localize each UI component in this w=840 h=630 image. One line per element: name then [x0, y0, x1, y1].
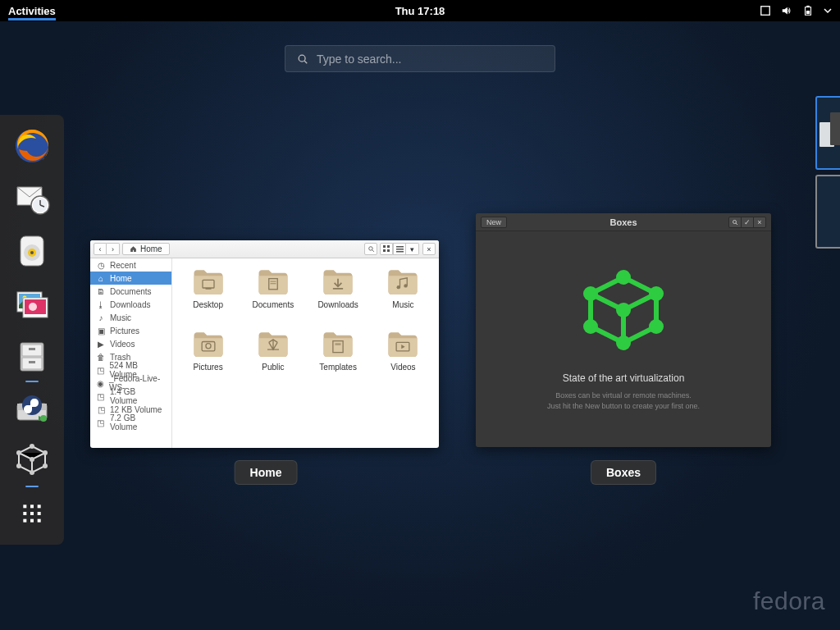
- svg-point-33: [16, 463, 21, 468]
- sidebar-item-label: Videos: [110, 340, 135, 349]
- doc-icon: 🗎: [97, 287, 105, 295]
- folder-desktop[interactable]: Desktop: [177, 267, 239, 326]
- pic-icon: ▣: [97, 326, 105, 335]
- svg-point-77: [616, 303, 631, 317]
- overview-search[interactable]: Type to search...: [285, 45, 555, 72]
- nav-back-button[interactable]: ‹: [94, 243, 107, 255]
- svg-line-47: [372, 250, 373, 252]
- overview: ‹ › Home ▾: [82, 82, 840, 630]
- files-sidebar: ◷Recent⌂Home🗎Documents⭳Downloads♪Music▣P…: [90, 258, 172, 448]
- dash-firefox[interactable]: [9, 123, 55, 169]
- sidebar-item-label: Pictures: [110, 326, 139, 336]
- folder-music[interactable]: Music: [372, 267, 434, 326]
- window-thumb-boxes[interactable]: New Boxes ✓ ×: [476, 213, 771, 447]
- boxes-close-button[interactable]: ×: [753, 217, 766, 228]
- dash: [0, 115, 64, 545]
- files-headerbar: ‹ › Home ▾: [90, 240, 439, 258]
- drive-icon: ◳: [97, 418, 105, 427]
- search-icon: [732, 219, 738, 226]
- nav-forward-button[interactable]: ›: [107, 243, 120, 255]
- home-icon: ⌂: [97, 274, 105, 282]
- folder-label: Desktop: [193, 300, 223, 309]
- svg-point-73: [649, 286, 664, 301]
- drive-icon: ◳: [97, 405, 105, 413]
- clock[interactable]: Thu 17:18: [395, 5, 445, 17]
- boxes-select-button[interactable]: ✓: [741, 217, 754, 228]
- sidebar-item-videos[interactable]: ▶Videos: [90, 337, 171, 350]
- folder-public[interactable]: Public: [242, 329, 304, 388]
- boxes-new-button[interactable]: New: [481, 217, 507, 228]
- boxes-subtitle: Boxes can be virtual or remote machines.…: [547, 390, 700, 411]
- dash-software[interactable]: [9, 386, 55, 431]
- files-search-button[interactable]: [364, 243, 377, 255]
- path-home-button[interactable]: Home: [122, 243, 170, 255]
- svg-rect-25: [29, 361, 35, 363]
- folder-videos[interactable]: Videos: [372, 329, 434, 388]
- sidebar-item-documents[interactable]: 🗎Documents: [90, 285, 171, 298]
- boxes-headerbar: New Boxes ✓ ×: [476, 213, 771, 231]
- dash-evolution[interactable]: [9, 176, 55, 221]
- svg-rect-48: [383, 245, 386, 248]
- svg-point-31: [16, 450, 21, 455]
- view-grid-button[interactable]: [380, 243, 393, 255]
- view-list-button[interactable]: [393, 243, 406, 255]
- sidebar-item-pictures[interactable]: ▣Pictures: [90, 324, 171, 337]
- dash-shotwell[interactable]: [9, 281, 55, 326]
- dash-show-apps[interactable]: [9, 491, 55, 536]
- drive-icon: ◳: [97, 366, 105, 374]
- sidebar-item-label: Documents: [110, 287, 152, 296]
- workspace-1[interactable]: [815, 96, 840, 170]
- svg-point-35: [30, 470, 34, 475]
- system-tray[interactable]: [760, 5, 832, 16]
- svg-point-68: [733, 220, 737, 223]
- sidebar-item-home[interactable]: ⌂Home: [90, 272, 171, 285]
- folder-downloads[interactable]: Downloads: [308, 267, 369, 326]
- svg-rect-51: [387, 249, 390, 252]
- drive-icon: ◳: [97, 392, 105, 400]
- folder-pictures[interactable]: Pictures: [177, 329, 239, 388]
- sidebar-item-downloads[interactable]: ⭳Downloads: [90, 298, 171, 311]
- folder-documents[interactable]: Documents: [242, 267, 304, 326]
- files-close-button[interactable]: ×: [422, 243, 436, 255]
- view-options-button[interactable]: ▾: [406, 243, 419, 255]
- activities-button[interactable]: Activities: [8, 2, 56, 21]
- dash-files[interactable]: [9, 333, 55, 379]
- volume-icon: [781, 5, 792, 16]
- folder-label: Public: [262, 363, 284, 372]
- svg-point-62: [404, 284, 408, 287]
- dash-rhythmbox[interactable]: [9, 228, 55, 274]
- sidebar-item-label: Home: [110, 274, 132, 283]
- sidebar-item-label: Trash: [110, 353, 130, 362]
- sidebar-item-label: Music: [110, 313, 131, 322]
- fedora-software-icon: [12, 389, 52, 428]
- files-grid: DesktopDocumentsDownloadsMusicPicturesPu…: [172, 258, 439, 448]
- svg-point-34: [43, 463, 48, 468]
- boxes-title: Boxes: [609, 217, 637, 227]
- trash-icon: 🗑: [97, 353, 105, 361]
- window-thumb-files[interactable]: ‹ › Home ▾: [90, 240, 439, 448]
- boxes-search-button[interactable]: [728, 217, 742, 228]
- folder-templates[interactable]: Templates: [308, 329, 369, 388]
- list-icon: [396, 245, 404, 253]
- svg-point-20: [29, 303, 37, 311]
- music-icon: ♪: [97, 313, 105, 322]
- sidebar-item-1-4-gb-volume[interactable]: ◳1.4 GB Volume: [90, 390, 171, 403]
- svg-rect-24: [29, 348, 35, 350]
- speaker-icon: [12, 231, 52, 271]
- chevron-down-icon: [824, 7, 832, 15]
- sidebar-item-7-2-gb-volume[interactable]: ◳7.2 GB Volume: [90, 416, 171, 429]
- svg-rect-52: [396, 246, 404, 248]
- sidebar-item-recent[interactable]: ◷Recent: [90, 258, 171, 272]
- svg-rect-44: [30, 519, 34, 523]
- sidebar-item-label: Downloads: [110, 300, 150, 309]
- sidebar-item-music[interactable]: ♪Music: [90, 311, 171, 324]
- svg-point-29: [40, 415, 47, 422]
- workspace-2[interactable]: [815, 175, 840, 249]
- svg-rect-0: [761, 7, 770, 16]
- battery-icon: [802, 5, 814, 16]
- workspace-switcher: [815, 96, 840, 249]
- mail-clock-icon: [12, 179, 52, 218]
- svg-point-75: [649, 319, 664, 334]
- svg-point-76: [616, 336, 631, 350]
- dash-boxes[interactable]: [9, 438, 55, 484]
